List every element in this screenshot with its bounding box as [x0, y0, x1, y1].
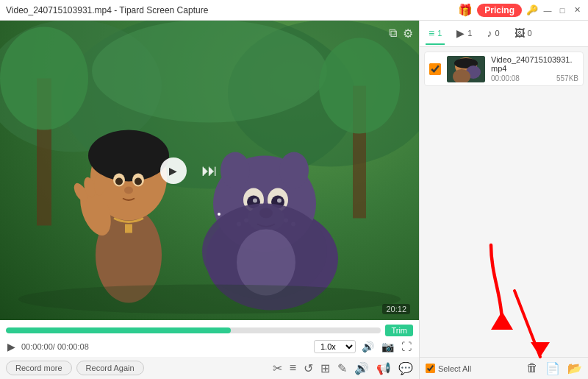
audio-tab-icon: ♪ — [487, 27, 492, 39]
play-button-overlay[interactable]: ▶ — [160, 157, 187, 184]
speed-select[interactable]: 0.5x 0.75x 1.0x 1.25x 1.5x 2.0x — [314, 340, 356, 353]
play-button[interactable]: ▶ — [6, 339, 17, 354]
volume-icon[interactable]: 🔊 — [360, 339, 376, 354]
delete-icon[interactable]: 🗑 — [526, 361, 538, 375]
key-icon: 🔑 — [526, 4, 538, 15]
file-list: Video_240715103931.mp4 00:00:08 557KB — [420, 47, 588, 357]
title-bar: Video_240715103931.mp4 - Tipard Screen C… — [0, 0, 588, 21]
cut-icon[interactable]: ✂ — [273, 361, 282, 375]
file-meta: 00:00:08 557KB — [491, 74, 578, 82]
left-panel: ⧉ ⚙ ▶ ⏭ 20:12 Trim ▶ 00 — [0, 21, 419, 379]
svg-point-23 — [220, 152, 250, 189]
skip-button[interactable]: ⏭ — [201, 161, 218, 180]
minimize-button[interactable]: — — [542, 5, 553, 15]
bottom-row: Record more Record Again ✂ ≡ ↺ ⊞ ✎ 🔊 📢 💬 — [0, 357, 419, 379]
tab-image[interactable]: 🖼 0 — [512, 23, 535, 45]
list-tab-count: 1 — [437, 29, 442, 38]
image-tab-count: 0 — [528, 29, 532, 38]
pricing-button[interactable]: Pricing — [477, 4, 522, 17]
audio-enhance-icon[interactable]: 📢 — [376, 361, 391, 375]
record-again-button[interactable]: Record Again — [76, 361, 144, 375]
right-panel: ≡ 1 ▶ 1 ♪ 0 🖼 0 — [419, 21, 588, 379]
subtitle-icon[interactable]: 💬 — [398, 361, 413, 375]
video-overlay-icons: ⧉ ⚙ — [389, 26, 413, 40]
file-item: Video_240715103931.mp4 00:00:08 557KB — [424, 52, 584, 86]
bottom-actions: ✂ ≡ ↺ ⊞ ✎ 🔊 📢 💬 — [273, 361, 413, 375]
svg-point-29 — [253, 199, 257, 203]
video-tab-count: 1 — [467, 29, 472, 38]
select-all-checkbox[interactable] — [426, 364, 435, 373]
tab-audio[interactable]: ♪ 0 — [484, 23, 502, 45]
video-timestamp: 20:12 — [382, 304, 410, 314]
progress-fill — [6, 327, 231, 333]
select-all-label: Select All — [438, 364, 471, 373]
image-tab-icon: 🖼 — [514, 27, 525, 39]
svg-point-15 — [124, 187, 133, 194]
right-bottom: Select All 🗑 📄 📂 — [420, 357, 588, 379]
file-thumbnail — [447, 56, 485, 82]
title-bar-controls: 🎁 Pricing 🔑 — □ ✕ — [458, 3, 582, 17]
svg-point-13 — [115, 178, 123, 185]
progress-track[interactable] — [6, 327, 381, 333]
gift-icon: 🎁 — [458, 3, 473, 17]
expand-icon[interactable]: ⛶ — [400, 339, 413, 354]
tab-list[interactable]: ≡ 1 — [426, 23, 445, 45]
audio-vol-icon[interactable]: 🔊 — [354, 361, 369, 375]
svg-point-5 — [0, 27, 88, 130]
edit-icon[interactable]: ✎ — [337, 361, 347, 375]
trim-button[interactable]: Trim — [385, 325, 413, 336]
camera-icon[interactable]: 📷 — [380, 339, 395, 354]
svg-point-10 — [88, 130, 169, 182]
tab-video[interactable]: ▶ 1 — [453, 23, 475, 45]
svg-point-7 — [319, 38, 400, 134]
file-export-icon[interactable]: 📄 — [545, 361, 560, 375]
merge-icon[interactable]: ⊞ — [320, 361, 330, 375]
bottom-left: Record more Record Again — [6, 361, 144, 375]
svg-rect-20 — [125, 224, 132, 233]
rotate-icon[interactable]: ↺ — [304, 361, 313, 375]
list-tab-icon: ≡ — [429, 27, 434, 39]
maximize-button[interactable]: □ — [557, 5, 567, 15]
main-container: ⧉ ⚙ ▶ ⏭ 20:12 Trim ▶ 00 — [0, 21, 588, 379]
close-button[interactable]: ✕ — [572, 5, 582, 15]
settings-icon[interactable]: ⚙ — [403, 26, 413, 40]
svg-point-30 — [277, 199, 282, 203]
time-display: 00:00:00/ 00:00:08 — [21, 342, 89, 351]
select-all-area: Select All — [426, 364, 471, 373]
file-duration: 00:00:08 — [491, 74, 520, 82]
file-info: Video_240715103931.mp4 00:00:08 557KB — [491, 55, 578, 82]
video-tab-icon: ▶ — [456, 27, 465, 39]
file-checkbox[interactable] — [429, 63, 441, 75]
file-size: 557KB — [556, 74, 578, 82]
svg-point-3 — [92, 21, 327, 123]
audio-tab-count: 0 — [495, 29, 499, 38]
progress-area: Trim — [0, 320, 419, 336]
adjust-icon[interactable]: ≡ — [290, 361, 296, 375]
controls-row: ▶ 00:00:00/ 00:00:08 0.5x 0.75x 1.0x 1.2… — [0, 336, 419, 357]
folder-icon[interactable]: 📂 — [567, 361, 582, 375]
svg-point-39 — [18, 285, 401, 314]
right-action-icons: 🗑 📄 📂 — [526, 361, 582, 375]
svg-point-19 — [94, 175, 104, 196]
app-title: Video_240715103931.mp4 - Tipard Screen C… — [6, 5, 458, 15]
svg-point-24 — [279, 152, 309, 189]
tab-bar: ≡ 1 ▶ 1 ♪ 0 🖼 0 — [420, 21, 588, 47]
video-area[interactable]: ⧉ ⚙ ▶ ⏭ 20:12 — [0, 21, 419, 320]
play-overlay: ▶ ⏭ — [160, 157, 218, 184]
progress-bar-container: Trim — [6, 325, 413, 336]
record-more-button[interactable]: Record more — [6, 361, 72, 375]
file-name: Video_240715103931.mp4 — [491, 55, 578, 73]
pip-icon[interactable]: ⧉ — [389, 26, 397, 40]
svg-point-14 — [135, 178, 142, 185]
